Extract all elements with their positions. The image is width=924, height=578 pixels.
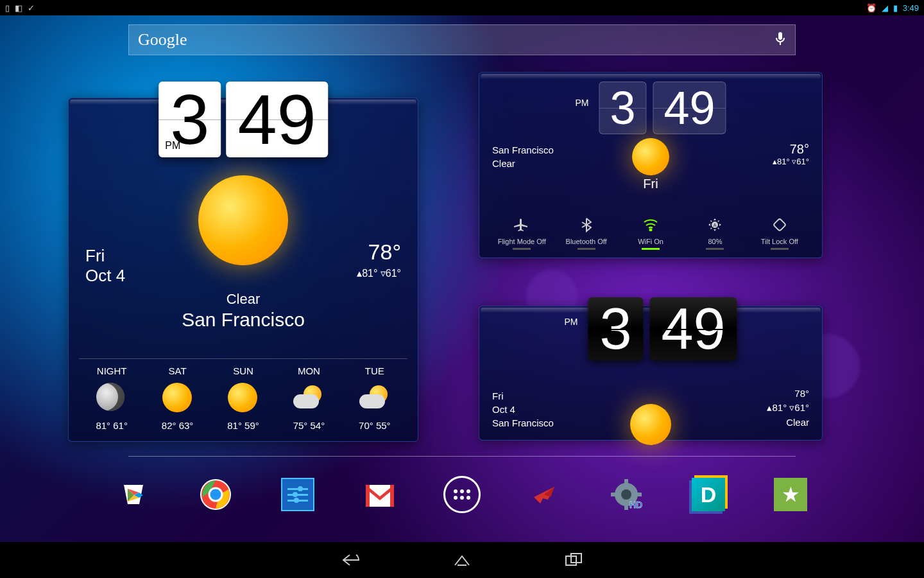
forecast-day: TUE70° 55°	[342, 365, 407, 431]
forecast-day: SAT82° 63°	[144, 365, 210, 431]
partly-cloudy-icon	[359, 383, 390, 414]
weather-clock-widget-large[interactable]: PM3 49 Fri Oct 4 78° ▴81° ▿61° Clear San…	[68, 98, 418, 442]
bluetooth-icon	[554, 216, 618, 234]
clock-hour: 3	[599, 297, 631, 361]
condition-label: Clear	[767, 416, 809, 430]
forecast-temps: 70° 55°	[342, 420, 407, 431]
navigation-bar	[0, 542, 924, 578]
forecast-day: SUN81° 59°	[210, 365, 276, 431]
current-temp: 78°	[773, 142, 809, 157]
current-temp: 78°	[767, 387, 809, 401]
forecast-label: MON	[276, 365, 341, 376]
dock-app-chrome[interactable]	[197, 476, 234, 513]
google-logo: Google	[138, 30, 187, 49]
clock-minute: 49	[237, 80, 316, 159]
toggle-wifi[interactable]: WiFi On	[619, 216, 683, 250]
toggle-airplane[interactable]: Flight Mode Off	[490, 216, 554, 250]
svg-rect-4	[773, 218, 786, 231]
svg-rect-13	[624, 504, 628, 510]
dock-app-star-app[interactable]: ★	[772, 476, 809, 513]
date-label: Oct 4	[85, 266, 125, 286]
svg-rect-0	[778, 32, 782, 40]
voice-search-icon[interactable]	[774, 31, 786, 49]
apps-grid-icon	[454, 489, 470, 500]
svg-point-11	[621, 489, 631, 500]
temp-block: 78° ▴81° ▿61°	[773, 142, 809, 166]
condition-label: Clear	[492, 157, 554, 170]
sun-icon	[198, 175, 288, 265]
forecast-row: NIGHT81° 61°SAT82° 63°SUN81° 59°MON75° 5…	[79, 358, 407, 431]
location-condition: San Francisco Clear	[492, 143, 554, 170]
back-button[interactable]	[339, 549, 361, 571]
weather-clock-widget-dark[interactable]: PM 3 49 Fri Oct 4 San Francisco 78° ▴81°…	[479, 306, 823, 441]
airplane-icon	[490, 216, 554, 234]
dock-app-hd-plane[interactable]	[526, 476, 563, 513]
tilt-icon	[748, 216, 812, 234]
sun-icon	[632, 138, 669, 175]
low-temp: ▿61°	[792, 157, 809, 166]
brightness-icon: A	[683, 216, 747, 234]
dock-app-play-store[interactable]	[115, 476, 152, 513]
dock-app-apps[interactable]	[443, 476, 481, 513]
dock-app-d-app[interactable]: D	[690, 476, 727, 513]
svg-rect-15	[635, 493, 642, 496]
alarm-icon: ⏰	[866, 3, 877, 13]
status-time: 3:49	[903, 3, 919, 13]
flip-clock-white: PM3 49	[158, 82, 328, 157]
dock-divider	[128, 456, 796, 457]
google-search-bar[interactable]: Google	[128, 24, 796, 55]
flip-clock-dark: PM 3 49	[564, 297, 737, 360]
app-dock: HDD★	[0, 469, 924, 520]
partly-cloudy-icon	[293, 383, 324, 414]
dock-app-hd-gear[interactable]: HD	[608, 476, 645, 513]
forecast-temps: 75° 54°	[276, 420, 341, 431]
toggle-bluetooth[interactable]: Bluetooth Off	[554, 216, 618, 250]
android-icon: ◧	[15, 3, 22, 13]
temp-block: 78° ▴81° ▿61°	[357, 240, 401, 279]
forecast-temps: 82° 63°	[144, 420, 210, 431]
home-button[interactable]	[451, 549, 473, 571]
quick-toggles: Flight Mode OffBluetooth OffWiFi OnA80%T…	[490, 216, 812, 250]
forecast-temps: 81° 59°	[210, 420, 276, 431]
current-temp: 78°	[357, 240, 401, 265]
battery-icon: ▮	[893, 3, 898, 13]
forecast-label: SUN	[210, 365, 276, 376]
toggle-tilt[interactable]: Tilt Lock Off	[748, 216, 812, 250]
high-temp: ▴81°	[767, 402, 787, 413]
forecast-day: MON75° 54°	[276, 365, 341, 431]
sun-icon	[162, 383, 192, 412]
temp-condition-block: 78° ▴81° ▿61° Clear	[767, 387, 809, 430]
location-label: San Francisco	[69, 309, 418, 331]
forecast-label: TUE	[342, 365, 407, 376]
moon-icon	[96, 383, 124, 411]
svg-rect-12	[624, 479, 628, 486]
clock-minute: 49	[661, 297, 725, 361]
ampm-label: PM	[575, 98, 588, 108]
toggle-label: WiFi On	[619, 238, 683, 245]
recent-apps-button[interactable]	[563, 549, 585, 571]
clock-hour: 3	[610, 82, 635, 134]
weather-clock-widget-toggles[interactable]: PM 3 49 San Francisco Clear 78° ▴81° ▿61…	[479, 72, 823, 258]
day-label: Fri	[85, 246, 125, 266]
forecast-label: NIGHT	[79, 365, 144, 376]
svg-rect-14	[611, 493, 617, 496]
high-temp: ▴81°	[357, 268, 377, 279]
forecast-temps: 81° 61°	[79, 420, 144, 431]
svg-point-1	[650, 229, 652, 231]
dock-app-gmail[interactable]	[361, 476, 398, 513]
low-temp: ▿61°	[789, 402, 809, 413]
location-label: San Francisco	[492, 143, 554, 157]
toggle-brightness[interactable]: A80%	[683, 216, 747, 250]
toggle-label: Flight Mode Off	[490, 238, 554, 245]
flip-clock-glass: PM 3 49	[575, 82, 726, 134]
wifi-icon: ◢	[882, 3, 888, 13]
high-temp: ▴81°	[773, 157, 790, 166]
ampm-label: PM	[165, 141, 180, 151]
date-block: Fri Oct 4	[85, 246, 125, 286]
date-location-block: Fri Oct 4 San Francisco	[492, 389, 554, 430]
toggle-label: 80%	[683, 238, 747, 245]
toggle-label: Tilt Lock Off	[748, 238, 812, 245]
dock-app-settings[interactable]	[279, 476, 316, 513]
condition-block: Clear San Francisco	[69, 291, 418, 331]
svg-rect-9	[366, 485, 394, 507]
